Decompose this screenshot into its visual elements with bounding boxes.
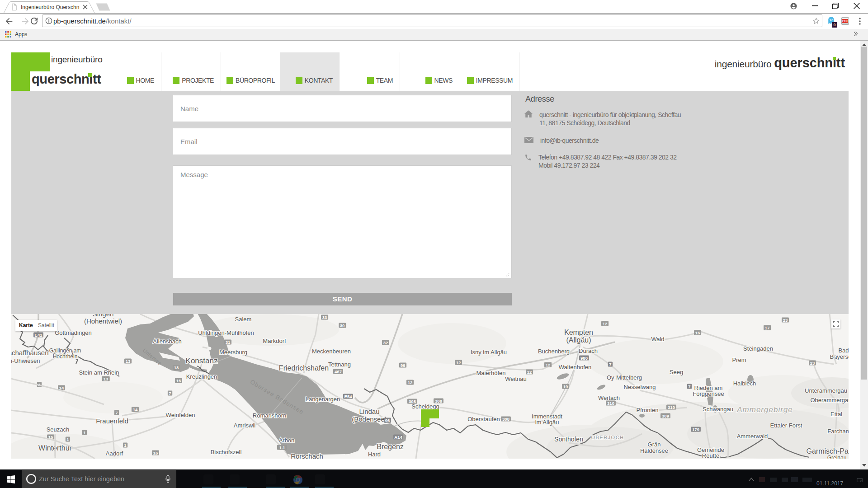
svg-text:7: 7 xyxy=(609,362,611,367)
svg-text:Unterammergau: Unterammergau xyxy=(805,387,847,394)
svg-text:Greinau: Greinau xyxy=(827,455,847,459)
svg-text:Ettal: Ettal xyxy=(830,411,842,418)
svg-text:(Hohentwiel): (Hohentwiel) xyxy=(84,317,122,325)
svg-text:308: 308 xyxy=(435,399,442,404)
svg-text:23: 23 xyxy=(810,361,815,366)
svg-text:19: 19 xyxy=(563,384,568,389)
svg-text:Haldensee: Haldensee xyxy=(640,447,668,454)
svg-text:16: 16 xyxy=(695,330,700,335)
svg-text:Bischofszell: Bischofszell xyxy=(211,449,242,455)
svg-text:Meckenbeuren: Meckenbeuren xyxy=(312,348,351,355)
svg-text:1.1: 1.1 xyxy=(279,445,285,450)
svg-text:Nesselwang: Nesselwang xyxy=(624,384,656,390)
svg-text:13: 13 xyxy=(126,359,131,364)
svg-text:Ammergebirge: Ammergebirge xyxy=(736,405,793,414)
svg-text:OBERJOCH: OBERJOCH xyxy=(591,435,624,440)
svg-text:Amriswil: Amriswil xyxy=(234,422,255,429)
svg-text:13: 13 xyxy=(104,376,108,381)
svg-text:A14: A14 xyxy=(394,435,402,440)
svg-text:Maierhöfen: Maierhöfen xyxy=(476,370,505,376)
svg-text:7: 7 xyxy=(115,410,118,415)
svg-text:Meersburg: Meersburg xyxy=(219,349,247,356)
svg-text:308: 308 xyxy=(409,399,416,404)
svg-text:Ammerwald: Ammerwald xyxy=(737,433,768,440)
svg-text:Halblech: Halblech xyxy=(733,380,756,387)
svg-text:1: 1 xyxy=(66,437,69,442)
svg-text:Salem: Salem xyxy=(235,316,252,323)
svg-text:Schwangau: Schwangau xyxy=(703,406,733,413)
svg-text:7: 7 xyxy=(688,384,690,389)
svg-text:23: 23 xyxy=(783,318,788,323)
svg-text:Ettaler Forst: Ettaler Forst xyxy=(770,422,802,429)
svg-text:Oberstaufen: Oberstaufen xyxy=(467,416,500,422)
svg-text:1: 1 xyxy=(124,443,127,448)
svg-text:30: 30 xyxy=(340,323,345,328)
svg-text:Frauenfeld: Frauenfeld xyxy=(96,417,128,425)
svg-text:16: 16 xyxy=(176,378,181,383)
svg-text:Durach: Durach xyxy=(579,347,598,354)
svg-text:Rorschach: Rorschach xyxy=(291,452,323,459)
svg-text:Friedrichshafen: Friedrichshafen xyxy=(279,364,329,372)
svg-text:Markdorf: Markdorf xyxy=(263,338,286,344)
svg-text:Grän: Grän xyxy=(648,441,661,448)
svg-text:12: 12 xyxy=(546,362,551,367)
svg-text:179: 179 xyxy=(692,427,699,432)
svg-text:Uhldingen-Mühlhofen: Uhldingen-Mühlhofen xyxy=(198,329,254,336)
svg-text:33: 33 xyxy=(322,315,327,320)
svg-text:310: 310 xyxy=(668,405,675,410)
svg-text:Romanshorn: Romanshorn xyxy=(253,412,286,419)
svg-text:16: 16 xyxy=(153,450,158,455)
svg-text:Lindau: Lindau xyxy=(359,408,379,415)
svg-text:Forggensee: Forggensee xyxy=(693,390,724,397)
svg-text:Prem: Prem xyxy=(732,357,746,363)
svg-text:12: 12 xyxy=(456,360,461,365)
svg-text:Arbon: Arbon xyxy=(279,437,295,444)
svg-text:13: 13 xyxy=(174,365,179,370)
svg-text:31: 31 xyxy=(226,340,231,345)
svg-text:Reutte: Reutte xyxy=(702,452,719,459)
svg-text:Tettnang: Tettnang xyxy=(328,361,351,368)
svg-text:Hochrhein: Hochrhein xyxy=(53,353,78,360)
svg-text:Stein am Rhein: Stein am Rhein xyxy=(79,369,119,376)
svg-text:im Allgäu: im Allgäu xyxy=(535,419,559,426)
svg-text:17: 17 xyxy=(765,325,770,330)
svg-text:12: 12 xyxy=(408,380,413,385)
svg-text:12: 12 xyxy=(527,370,532,375)
svg-text:Bad: Bad xyxy=(838,347,849,354)
svg-text:309: 309 xyxy=(662,413,669,418)
svg-text:Kempten: Kempten xyxy=(564,328,593,336)
svg-text:Kreuzlingen: Kreuzlingen xyxy=(186,373,217,380)
svg-text:Buchenberg: Buchenberg xyxy=(538,348,570,355)
svg-text:Seeg: Seeg xyxy=(670,369,683,375)
svg-text:980: 980 xyxy=(580,356,588,361)
svg-text:Farcham: Farcham xyxy=(827,428,849,435)
svg-text:Scheidegg: Scheidegg xyxy=(411,403,439,410)
svg-text:Gailingen am: Gailingen am xyxy=(49,347,81,354)
svg-text:96: 96 xyxy=(385,418,390,423)
svg-text:14: 14 xyxy=(59,385,64,390)
svg-text:Bregenz: Bregenz xyxy=(377,443,404,450)
svg-text:Weinfelden: Weinfelden xyxy=(166,412,195,418)
svg-text:Oy-Mittelberg: Oy-Mittelberg xyxy=(607,374,642,381)
svg-text:Konstanz: Konstanz xyxy=(186,357,218,365)
svg-text:Bayersöien: Bayersöien xyxy=(830,353,849,360)
svg-text:E41: E41 xyxy=(35,333,43,338)
svg-text:12: 12 xyxy=(603,321,608,326)
svg-text:Pfronten: Pfronten xyxy=(636,407,658,413)
svg-text:1: 1 xyxy=(83,430,86,435)
svg-text:7: 7 xyxy=(169,391,171,396)
svg-text:96: 96 xyxy=(401,363,406,368)
svg-text:308: 308 xyxy=(502,417,509,422)
svg-text:Garmisch-Parten: Garmisch-Parten xyxy=(807,447,849,455)
svg-text:467: 467 xyxy=(335,369,342,374)
svg-text:Allensbach: Allensbach xyxy=(153,338,182,345)
svg-text:Wald: Wald xyxy=(651,336,664,343)
svg-text:Weitnau: Weitnau xyxy=(505,375,526,382)
svg-text:Steingaden: Steingaden xyxy=(743,345,773,352)
svg-text:14: 14 xyxy=(133,407,138,412)
svg-text:Oberammergau: Oberammergau xyxy=(810,397,849,404)
svg-text:32: 32 xyxy=(383,340,388,345)
svg-text:Seuzach: Seuzach xyxy=(47,426,70,433)
svg-text:Sonthofen: Sonthofen xyxy=(554,436,583,443)
svg-text:(Allgäu): (Allgäu) xyxy=(566,336,591,344)
